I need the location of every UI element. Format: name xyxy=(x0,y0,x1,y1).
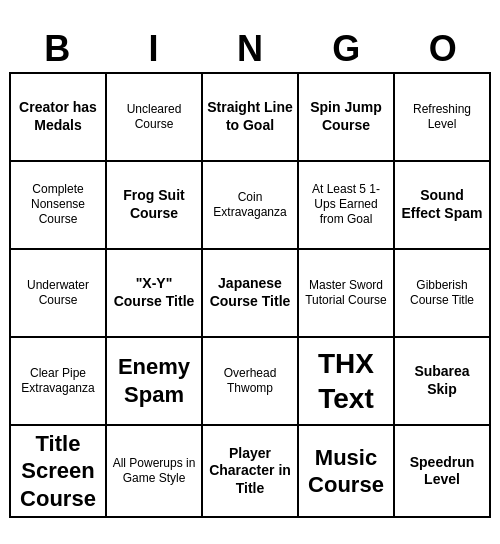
bingo-cell[interactable]: Overhead Thwomp xyxy=(203,338,299,426)
cell-label: Speedrun Level xyxy=(399,454,485,489)
bingo-letter: G xyxy=(300,28,392,70)
bingo-cell[interactable]: "X-Y" Course Title xyxy=(107,250,203,338)
bingo-cell[interactable]: Music Course xyxy=(299,426,395,519)
cell-label: Enemy Spam xyxy=(111,353,197,408)
bingo-cell[interactable]: Coin Extravaganza xyxy=(203,162,299,250)
cell-label: THX Text xyxy=(303,346,389,416)
cell-label: Creator has Medals xyxy=(15,99,101,134)
cell-label: "X-Y" Course Title xyxy=(111,275,197,310)
bingo-cell[interactable]: Clear Pipe Extravaganza xyxy=(11,338,107,426)
bingo-cell[interactable]: Straight Line to Goal xyxy=(203,74,299,162)
bingo-cell[interactable]: Complete Nonsense Course xyxy=(11,162,107,250)
bingo-cell[interactable]: Speedrun Level xyxy=(395,426,491,519)
cell-label: Uncleared Course xyxy=(111,102,197,132)
cell-label: Coin Extravaganza xyxy=(207,190,293,220)
cell-label: Spin Jump Course xyxy=(303,99,389,134)
cell-label: Complete Nonsense Course xyxy=(15,182,101,227)
bingo-letter: O xyxy=(397,28,489,70)
cell-label: All Powerups in Game Style xyxy=(111,456,197,486)
bingo-cell[interactable]: Player Character in Title xyxy=(203,426,299,519)
cell-label: Sound Effect Spam xyxy=(399,187,485,222)
cell-label: Master Sword Tutorial Course xyxy=(303,278,389,308)
bingo-cell[interactable]: Spin Jump Course xyxy=(299,74,395,162)
cell-label: At Least 5 1-Ups Earned from Goal xyxy=(303,182,389,227)
bingo-cell[interactable]: Sound Effect Spam xyxy=(395,162,491,250)
cell-label: Subarea Skip xyxy=(399,363,485,398)
bingo-cell[interactable]: Creator has Medals xyxy=(11,74,107,162)
bingo-letter: I xyxy=(108,28,200,70)
cell-label: Frog Suit Course xyxy=(111,187,197,222)
bingo-grid: Creator has MedalsUncleared CourseStraig… xyxy=(9,72,491,519)
cell-label: Overhead Thwomp xyxy=(207,366,293,396)
cell-label: Japanese Course Title xyxy=(207,275,293,310)
bingo-cell[interactable]: Underwater Course xyxy=(11,250,107,338)
bingo-cell[interactable]: Master Sword Tutorial Course xyxy=(299,250,395,338)
bingo-cell[interactable]: Refreshing Level xyxy=(395,74,491,162)
bingo-letter: B xyxy=(11,28,103,70)
cell-label: Player Character in Title xyxy=(207,445,293,498)
bingo-cell[interactable]: Uncleared Course xyxy=(107,74,203,162)
cell-label: Title Screen Course xyxy=(15,430,101,513)
bingo-letter: N xyxy=(204,28,296,70)
bingo-cell[interactable]: At Least 5 1-Ups Earned from Goal xyxy=(299,162,395,250)
cell-label: Clear Pipe Extravaganza xyxy=(15,366,101,396)
bingo-cell[interactable]: All Powerups in Game Style xyxy=(107,426,203,519)
bingo-cell[interactable]: Subarea Skip xyxy=(395,338,491,426)
cell-label: Refreshing Level xyxy=(399,102,485,132)
cell-label: Music Course xyxy=(303,444,389,499)
bingo-cell[interactable]: Frog Suit Course xyxy=(107,162,203,250)
bingo-cell[interactable]: Gibberish Course Title xyxy=(395,250,491,338)
cell-label: Underwater Course xyxy=(15,278,101,308)
bingo-cell[interactable]: Japanese Course Title xyxy=(203,250,299,338)
bingo-card: BINGO Creator has MedalsUncleared Course… xyxy=(5,22,495,523)
bingo-cell[interactable]: Title Screen Course xyxy=(11,426,107,519)
bingo-cell[interactable]: THX Text xyxy=(299,338,395,426)
bingo-header-row: BINGO xyxy=(9,28,491,70)
cell-label: Gibberish Course Title xyxy=(399,278,485,308)
bingo-cell[interactable]: Enemy Spam xyxy=(107,338,203,426)
cell-label: Straight Line to Goal xyxy=(207,99,293,134)
